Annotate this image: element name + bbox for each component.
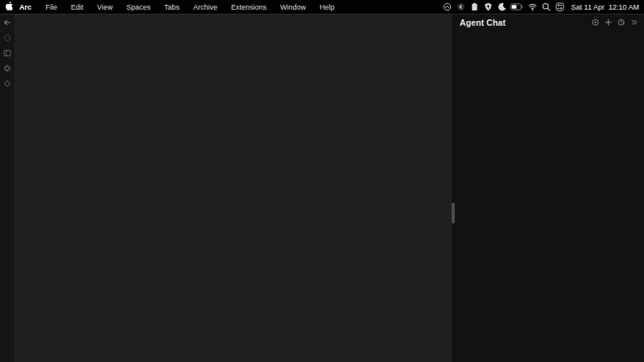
agent-chat-body[interactable] xyxy=(453,30,644,362)
web-content-area[interactable] xyxy=(14,14,452,362)
control-center-icon[interactable] xyxy=(553,0,567,14)
wifi-icon[interactable] xyxy=(526,0,539,14)
menu-extensions[interactable]: Extensions xyxy=(224,3,273,11)
droplet-icon[interactable] xyxy=(2,79,13,88)
search-icon[interactable] xyxy=(539,0,553,14)
menu-archive[interactable]: Archive xyxy=(186,3,224,11)
sidebar-toggle-icon[interactable] xyxy=(2,48,13,58)
panel-resize-handle[interactable] xyxy=(452,203,455,224)
shield-icon[interactable] xyxy=(481,0,495,14)
gear-icon[interactable] xyxy=(2,64,13,73)
arc-browser-window: Agent Chat xyxy=(0,14,644,362)
menu-view[interactable]: View xyxy=(90,3,119,11)
clipboard-icon[interactable] xyxy=(468,0,481,14)
menu-help[interactable]: Help xyxy=(313,3,342,11)
moon-focus-icon[interactable] xyxy=(495,0,509,14)
menu-window[interactable]: Window xyxy=(274,3,313,11)
record-circle-icon[interactable] xyxy=(2,33,13,43)
back-arrow-icon[interactable] xyxy=(2,18,13,27)
menu-file[interactable]: File xyxy=(39,3,64,11)
circle-peak-icon[interactable] xyxy=(440,0,454,14)
menu-spaces[interactable]: Spaces xyxy=(119,3,157,11)
plus-icon[interactable] xyxy=(605,19,613,27)
menubar-clock[interactable]: Sat 11 Apr 12:10 AM xyxy=(567,3,639,11)
battery-icon[interactable] xyxy=(509,0,526,14)
menubar-menus: Arc File Edit View Spaces Tabs Archive E… xyxy=(0,0,341,14)
apple-icon xyxy=(6,2,13,12)
agent-chat-header-actions xyxy=(592,19,638,27)
agent-chat-header: Agent Chat xyxy=(453,14,644,30)
collapse-chevrons-icon[interactable] xyxy=(630,19,638,27)
menubar-status-area: Sat 11 Apr 12:10 AM xyxy=(440,0,644,14)
menubar-app-name[interactable]: Arc xyxy=(18,3,39,11)
agent-chat-panel: Agent Chat xyxy=(452,14,644,362)
macos-menubar: Arc File Edit View Spaces Tabs Archive E… xyxy=(0,0,644,14)
left-toolbar-strip xyxy=(0,14,14,362)
circle-dot-icon[interactable] xyxy=(592,19,600,27)
menu-tabs[interactable]: Tabs xyxy=(157,3,186,11)
agent-chat-title: Agent Chat xyxy=(460,18,506,27)
apple-menu[interactable] xyxy=(0,2,18,12)
blocker-circle-icon[interactable] xyxy=(454,0,468,14)
menu-edit[interactable]: Edit xyxy=(64,3,91,11)
history-clock-icon[interactable] xyxy=(617,19,625,27)
